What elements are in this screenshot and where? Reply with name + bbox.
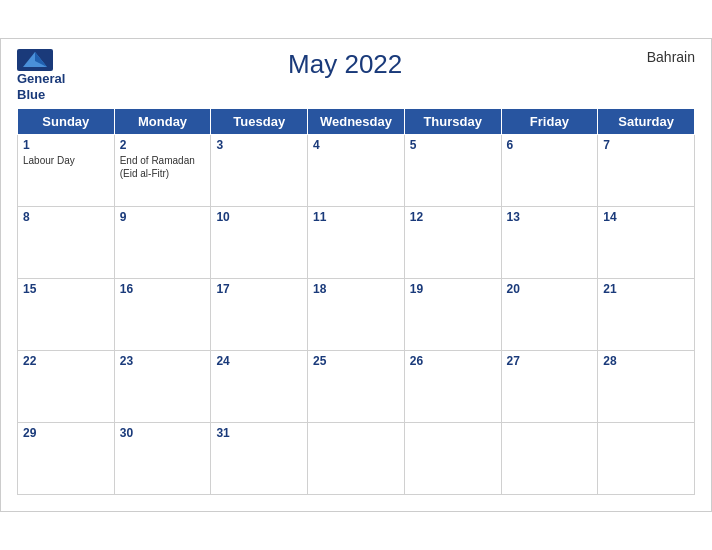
logo-text-general: General <box>17 71 65 87</box>
calendar-cell <box>598 423 695 495</box>
generalblue-logo-icon <box>17 49 53 71</box>
calendar-cell <box>308 423 405 495</box>
weekday-header-saturday: Saturday <box>598 109 695 135</box>
calendar-container: General Blue May 2022 Bahrain SundayMond… <box>0 38 712 512</box>
day-number: 7 <box>603 138 689 152</box>
calendar-cell: 20 <box>501 279 598 351</box>
calendar-cell: 4 <box>308 135 405 207</box>
day-number: 17 <box>216 282 302 296</box>
day-number: 15 <box>23 282 109 296</box>
day-number: 24 <box>216 354 302 368</box>
day-number: 23 <box>120 354 206 368</box>
calendar-cell: 28 <box>598 351 695 423</box>
calendar-cell: 25 <box>308 351 405 423</box>
day-number: 6 <box>507 138 593 152</box>
calendar-cell: 11 <box>308 207 405 279</box>
weekday-header-tuesday: Tuesday <box>211 109 308 135</box>
day-number: 25 <box>313 354 399 368</box>
day-number: 13 <box>507 210 593 224</box>
day-number: 4 <box>313 138 399 152</box>
calendar-cell: 14 <box>598 207 695 279</box>
calendar-cell: 19 <box>404 279 501 351</box>
calendar-cell: 16 <box>114 279 211 351</box>
day-number: 3 <box>216 138 302 152</box>
calendar-cell: 31 <box>211 423 308 495</box>
day-number: 10 <box>216 210 302 224</box>
weekday-header-friday: Friday <box>501 109 598 135</box>
day-number: 31 <box>216 426 302 440</box>
day-number: 8 <box>23 210 109 224</box>
day-event: End of Ramadan (Eid al-Fitr) <box>120 154 206 180</box>
calendar-cell: 12 <box>404 207 501 279</box>
day-number: 1 <box>23 138 109 152</box>
calendar-cell: 26 <box>404 351 501 423</box>
calendar-cell: 7 <box>598 135 695 207</box>
day-number: 12 <box>410 210 496 224</box>
day-number: 27 <box>507 354 593 368</box>
calendar-cell: 3 <box>211 135 308 207</box>
day-number: 9 <box>120 210 206 224</box>
day-number: 14 <box>603 210 689 224</box>
day-number: 2 <box>120 138 206 152</box>
calendar-cell: 21 <box>598 279 695 351</box>
weekday-header-thursday: Thursday <box>404 109 501 135</box>
weekday-header-sunday: Sunday <box>18 109 115 135</box>
calendar-cell: 6 <box>501 135 598 207</box>
day-number: 21 <box>603 282 689 296</box>
calendar-week-row: 22232425262728 <box>18 351 695 423</box>
weekday-header-monday: Monday <box>114 109 211 135</box>
logo-area: General Blue <box>17 49 65 102</box>
day-number: 18 <box>313 282 399 296</box>
calendar-week-row: 293031 <box>18 423 695 495</box>
calendar-cell: 10 <box>211 207 308 279</box>
calendar-cell: 17 <box>211 279 308 351</box>
day-number: 5 <box>410 138 496 152</box>
logo-text-blue: Blue <box>17 87 45 103</box>
day-number: 11 <box>313 210 399 224</box>
calendar-cell: 2End of Ramadan (Eid al-Fitr) <box>114 135 211 207</box>
calendar-cell <box>404 423 501 495</box>
calendar-week-row: 891011121314 <box>18 207 695 279</box>
calendar-week-row: 15161718192021 <box>18 279 695 351</box>
day-event: Labour Day <box>23 154 109 167</box>
month-title: May 2022 <box>65 49 625 80</box>
calendar-cell: 22 <box>18 351 115 423</box>
day-number: 22 <box>23 354 109 368</box>
calendar-week-row: 1Labour Day2End of Ramadan (Eid al-Fitr)… <box>18 135 695 207</box>
day-number: 20 <box>507 282 593 296</box>
day-number: 26 <box>410 354 496 368</box>
calendar-cell: 23 <box>114 351 211 423</box>
weekday-header-row: SundayMondayTuesdayWednesdayThursdayFrid… <box>18 109 695 135</box>
calendar-cell <box>501 423 598 495</box>
calendar-cell: 9 <box>114 207 211 279</box>
calendar-cell: 30 <box>114 423 211 495</box>
day-number: 19 <box>410 282 496 296</box>
calendar-cell: 13 <box>501 207 598 279</box>
calendar-cell: 1Labour Day <box>18 135 115 207</box>
calendar-cell: 18 <box>308 279 405 351</box>
calendar-cell: 27 <box>501 351 598 423</box>
calendar-cell: 29 <box>18 423 115 495</box>
calendar-table: SundayMondayTuesdayWednesdayThursdayFrid… <box>17 108 695 495</box>
day-number: 29 <box>23 426 109 440</box>
calendar-cell: 24 <box>211 351 308 423</box>
weekday-header-wednesday: Wednesday <box>308 109 405 135</box>
day-number: 28 <box>603 354 689 368</box>
day-number: 30 <box>120 426 206 440</box>
country-label: Bahrain <box>625 49 695 65</box>
calendar-cell: 15 <box>18 279 115 351</box>
calendar-cell: 8 <box>18 207 115 279</box>
day-number: 16 <box>120 282 206 296</box>
calendar-cell: 5 <box>404 135 501 207</box>
calendar-header: General Blue May 2022 Bahrain <box>17 49 695 102</box>
